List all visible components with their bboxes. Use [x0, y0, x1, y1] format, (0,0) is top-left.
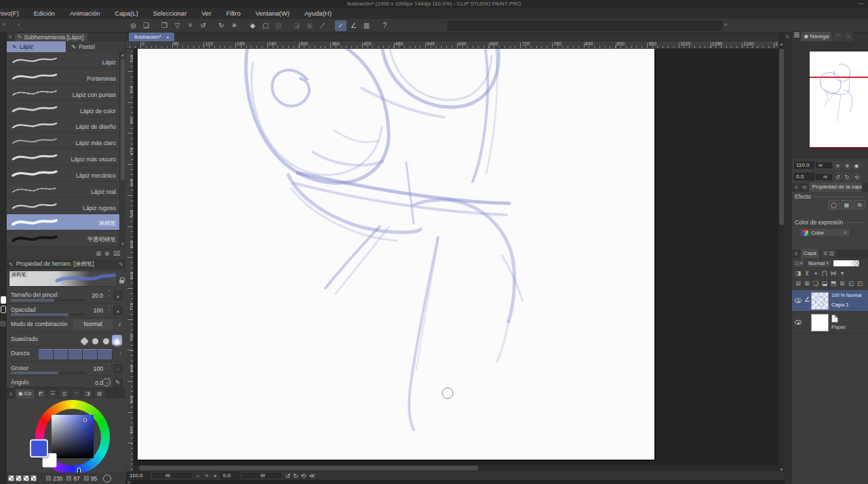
undo-icon[interactable]: ↺ [197, 20, 209, 31]
rotate-icon[interactable]: ≪ [307, 472, 316, 479]
menu-item-seleccionar[interactable]: Seleccionar [146, 8, 195, 19]
transparent-swatch[interactable] [23, 475, 29, 481]
navigator-extra-tab-icon[interactable]: ◠ [833, 32, 843, 41]
selection-blend-icon[interactable]: ◪ [291, 20, 302, 31]
color-mode-icon[interactable] [103, 475, 111, 483]
subtool-tab-lápiz[interactable]: ✎Lápiz [7, 41, 66, 52]
property-slider[interactable] [11, 299, 85, 302]
delete-subtool-icon[interactable]: ⌧ [113, 250, 120, 257]
brush-item[interactable]: 半透明蜡笔 [7, 230, 119, 247]
smoothing-option-icon[interactable] [79, 335, 90, 345]
duplicate-subtool-icon[interactable]: ⊕ [104, 250, 110, 257]
property-option-icon[interactable]: ▴ [113, 306, 123, 315]
transparent-swatch[interactable] [31, 475, 37, 481]
save-dropdown-icon[interactable]: ˅ [184, 20, 196, 31]
menu-item-capal[interactable]: Capa(L) [107, 8, 145, 19]
new-file-icon[interactable]: ❏ [140, 20, 152, 31]
menu-item-filtro[interactable]: Filtro [219, 8, 248, 19]
scroll-up-icon[interactable]: ▲ [778, 42, 785, 46]
horizontal-scroll-thumb[interactable] [139, 466, 478, 470]
duplicate-layer-icon[interactable]: ⧉ [838, 280, 846, 287]
delete-layer-icon[interactable]: ◰ [856, 280, 864, 287]
zoom-out-icon[interactable]: − [195, 472, 201, 479]
back-icon[interactable]: ⟲ [801, 184, 808, 192]
add-subtool-icon[interactable]: ⊞ [96, 250, 102, 257]
zoom-in-icon[interactable]: + [203, 472, 210, 479]
layer-color-effect-icon[interactable]: ⧉ [854, 200, 865, 209]
panel-menu-icon[interactable]: ≡ [786, 34, 789, 40]
sv-cursor[interactable] [83, 418, 87, 422]
brush-list-scrollbar[interactable]: ▲ ▼ [119, 52, 125, 247]
layer-mask-icon[interactable]: ◱ [847, 280, 855, 287]
brush-item[interactable]: Lápiz [7, 52, 119, 68]
visibility-eye-icon[interactable] [795, 298, 802, 303]
smoothing-option-icon[interactable] [101, 335, 111, 345]
main-color-swatch[interactable] [1, 296, 6, 304]
brush-item[interactable]: Lápiz más claro [7, 133, 119, 149]
snap-to-ruler-icon[interactable]: ⟋ [317, 20, 328, 31]
zoom-slider[interactable] [153, 473, 192, 478]
property-option-icon[interactable]: ◌ [113, 364, 123, 374]
brush-item[interactable]: Lápiz con puntas [7, 85, 119, 101]
smoothing-option-icon[interactable] [90, 335, 100, 345]
merge-with-lower-layer-icon[interactable]: ⬒ [829, 280, 837, 287]
redo-icon[interactable]: ↻ [216, 20, 227, 31]
scroll-down-icon[interactable]: ▼ [121, 242, 125, 246]
snap-to-grid-icon[interactable]: ∠ [348, 20, 359, 31]
selection-tool-icon[interactable]: ▨ [273, 20, 284, 31]
reference-layer-icon[interactable]: ⋈ [829, 270, 837, 277]
color-panel-tab-icon[interactable]: ▦ [94, 389, 105, 399]
navigator-rotation-value[interactable]: 0.0 [794, 173, 814, 180]
tone-effect-icon[interactable]: ▦ [841, 200, 852, 209]
brush-item[interactable]: Lápiz de color [7, 101, 119, 117]
blend-mode-dropdown[interactable]: Normal ∨ [806, 260, 831, 268]
clip-at-layer-below-icon[interactable]: ◨ [794, 270, 802, 277]
vertical-scroll-thumb[interactable] [779, 49, 784, 225]
lock-layer-icon[interactable]: ⋂ [821, 270, 829, 277]
canvas-document[interactable] [138, 49, 654, 460]
layer-opacity-slider[interactable] [833, 260, 860, 267]
layer-row[interactable]: Papel [792, 312, 868, 334]
crop-icon[interactable]: ▢ [260, 20, 271, 31]
property-slider[interactable] [11, 371, 85, 374]
tab-color-circle[interactable]: ◉ Cír [16, 389, 35, 399]
transparent-swatch[interactable] [16, 475, 22, 481]
open-file-icon[interactable]: ❐ [159, 20, 170, 31]
navigator-zoom-value[interactable]: 110.0 [794, 161, 814, 169]
color-panel-tab-icon[interactable]: ☰ [47, 389, 58, 399]
saturation-value-square[interactable] [52, 415, 94, 458]
brush-item[interactable]: Lápiz de diseño [7, 117, 119, 134]
border-effect-icon[interactable]: ◯ [828, 200, 840, 209]
help-icon[interactable]: ? [379, 20, 391, 31]
panel-menu-icon[interactable]: ≡ [793, 29, 800, 41]
open-material-icon[interactable]: ▥ [361, 20, 372, 31]
navigator-rotation-slider[interactable] [816, 174, 832, 180]
draft-layer-icon[interactable]: ⌖ [812, 270, 820, 277]
property-value[interactable]: 100 [94, 365, 103, 372]
layer-row[interactable]: ∠100 % NormalCapa 1 [792, 290, 868, 312]
menu-item-edicin[interactable]: Edición [26, 8, 62, 19]
layer-thumbnail[interactable] [811, 314, 829, 331]
layer-thumbnail[interactable] [811, 292, 829, 310]
navigator-zoom-button[interactable]: ⊖ [833, 161, 842, 169]
transfer-to-lower-layer-icon[interactable]: ⬓ [821, 280, 829, 287]
property-value[interactable]: 100 [94, 307, 103, 314]
stepper-icon[interactable]: ⌃⌄ [108, 290, 111, 296]
lock-icon[interactable] [119, 280, 124, 283]
navigator-rotate-button[interactable]: ↻ [843, 173, 851, 181]
brush-item[interactable]: Lápiz real [7, 182, 119, 198]
hardness-segment[interactable] [68, 349, 83, 359]
vertical-scrollbar[interactable]: ▲ ▼ [778, 33, 785, 473]
document-tab[interactable]: Ilustración* ● [129, 33, 174, 41]
navigator-rotate-button[interactable]: ⟲ [852, 173, 861, 181]
status-corner-icon[interactable]: ≋ [127, 480, 131, 484]
rotation-slider[interactable] [242, 473, 281, 478]
clear-icon[interactable]: ✳ [229, 20, 240, 31]
strip-icon[interactable] [0, 321, 6, 327]
brush-item[interactable]: Portaminas [7, 68, 119, 85]
layer-property-tab[interactable]: Propiedad de la capa [809, 182, 862, 192]
collapse-right-icon[interactable]: « [724, 21, 728, 28]
navigator-zoom-button[interactable]: ⊕ [843, 161, 851, 169]
collapse-left-icon[interactable]: « [2, 21, 5, 28]
snap-to-special-ruler-icon[interactable]: ✓ [335, 20, 347, 31]
